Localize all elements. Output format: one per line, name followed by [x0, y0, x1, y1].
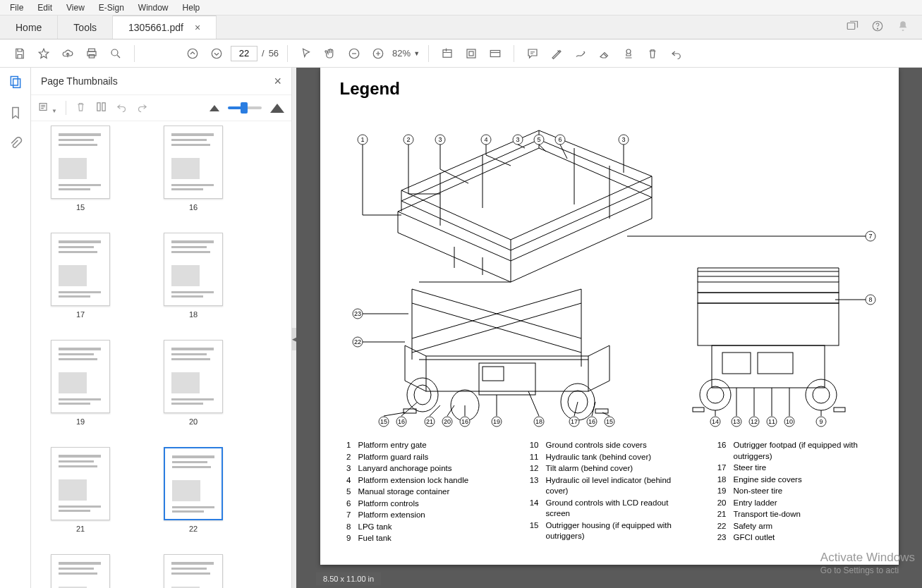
svg-rect-16 — [11, 77, 18, 86]
document-area[interactable]: Legend — [296, 68, 922, 588]
toolbar: / 56 82% ▼ — [0, 39, 922, 68]
menu-esign[interactable]: E-Sign — [92, 1, 131, 14]
comment-icon[interactable] — [523, 44, 542, 63]
star-icon[interactable] — [34, 44, 54, 63]
page-total: 56 — [269, 48, 279, 59]
draw-icon[interactable] — [571, 44, 590, 63]
svg-rect-14 — [490, 50, 500, 56]
legend-item-22: 22Safety arm — [715, 521, 879, 532]
legend-item-16: 16Outrigger footpad (if equipped with ou… — [715, 440, 879, 462]
zoom-level[interactable]: 82% — [392, 48, 411, 59]
thumb-print-icon[interactable] — [95, 101, 107, 116]
print-icon[interactable] — [82, 44, 102, 63]
thumbnail-page-23[interactable]: 23 — [45, 554, 116, 588]
erase-icon[interactable] — [595, 44, 614, 63]
thumbnail-panel: Page Thumbnails × ▼ 15161718192021222324 — [31, 68, 292, 588]
legend-item-23: 23GFCI outlet — [715, 532, 879, 544]
read-mode-icon[interactable] — [485, 44, 505, 63]
page-number-input[interactable] — [231, 46, 257, 61]
legend-item-15: 15Outrigger housing (if equipped with ou… — [528, 520, 691, 542]
svg-rect-35 — [722, 353, 751, 374]
svg-rect-41 — [693, 408, 704, 412]
legend-item-12: 12Tilt alarm (behind cover) — [528, 463, 691, 474]
thumbnail-page-22[interactable]: 22 — [158, 447, 229, 533]
svg-text:22: 22 — [353, 338, 360, 345]
hand-tool-icon[interactable] — [320, 44, 340, 63]
svg-text:21: 21 — [425, 418, 432, 425]
thumb-size-small-icon[interactable] — [210, 105, 219, 111]
help-icon[interactable] — [871, 20, 884, 35]
tab-close-icon[interactable]: × — [195, 22, 200, 33]
legend-item-18: 18Engine side covers — [715, 474, 879, 486]
tab-bar: Home Tools 1305661.pdf × — [0, 16, 922, 39]
svg-text:3: 3 — [621, 136, 625, 143]
menu-view[interactable]: View — [59, 1, 92, 14]
selection-tool-icon[interactable] — [296, 44, 316, 63]
thumbnail-page-17[interactable]: 17 — [45, 233, 116, 319]
share-icon[interactable] — [846, 20, 859, 35]
fit-page-icon[interactable] — [461, 44, 481, 63]
svg-text:23: 23 — [353, 310, 360, 317]
svg-rect-28 — [595, 409, 608, 413]
menu-edit[interactable]: Edit — [30, 1, 59, 14]
highlight-icon[interactable] — [547, 44, 566, 63]
thumb-size-large-icon[interactable] — [270, 104, 284, 113]
thumb-redo-icon[interactable] — [136, 101, 148, 116]
svg-text:5: 5 — [537, 136, 540, 143]
tab-tools[interactable]: Tools — [58, 16, 113, 39]
svg-text:14: 14 — [711, 418, 718, 425]
legend-item-21: 21Transport tie-down — [715, 509, 879, 520]
thumbnail-page-20[interactable]: 20 — [158, 340, 229, 426]
thumb-options-icon[interactable]: ▼ — [38, 101, 57, 116]
legend-item-10: 10Ground controls side covers — [528, 440, 691, 451]
svg-rect-17 — [13, 79, 20, 88]
svg-text:2: 2 — [406, 136, 410, 143]
svg-text:19: 19 — [492, 418, 499, 425]
page-down-icon[interactable] — [207, 44, 226, 63]
thumbnail-page-16[interactable]: 16 — [158, 125, 229, 212]
thumb-delete-icon[interactable] — [75, 101, 87, 116]
svg-text:16: 16 — [461, 418, 468, 425]
thumbnail-page-24[interactable]: 24 — [158, 554, 229, 588]
tab-home[interactable]: Home — [0, 16, 58, 39]
legend-item-4: 4Platform extension lock handle — [340, 475, 504, 486]
undo-icon[interactable] — [667, 44, 686, 63]
thumbnail-page-19[interactable]: 19 — [45, 340, 116, 426]
fit-width-icon[interactable] — [437, 44, 457, 63]
legend-item-11: 11Hydraulic tank (behind cover) — [528, 452, 691, 463]
delete-icon[interactable] — [643, 44, 662, 63]
zoom-out-icon[interactable] — [344, 44, 364, 63]
bell-icon[interactable] — [897, 20, 909, 35]
thumbnail-panel-title: Page Thumbnails — [41, 75, 118, 87]
thumb-undo-icon[interactable] — [116, 101, 128, 116]
zoom-dropdown-icon[interactable]: ▼ — [413, 50, 420, 57]
thumbnail-page-21[interactable]: 21 — [45, 447, 116, 533]
save-icon[interactable] — [10, 44, 30, 63]
svg-point-37 — [700, 379, 731, 410]
thumbnail-panel-close-icon[interactable]: × — [274, 74, 281, 89]
thumbnail-page-18[interactable]: 18 — [158, 233, 229, 319]
svg-text:10: 10 — [785, 418, 792, 425]
thumbnail-list[interactable]: 15161718192021222324 — [31, 121, 291, 588]
legend-item-2: 2Platform guard rails — [340, 452, 504, 463]
thumb-size-slider[interactable] — [228, 106, 262, 109]
svg-text:16: 16 — [397, 418, 404, 425]
svg-rect-32 — [698, 293, 839, 303]
bookmarks-rail-icon[interactable] — [8, 106, 23, 123]
thumbnail-page-15[interactable]: 15 — [45, 125, 116, 212]
menu-file[interactable]: File — [3, 1, 30, 14]
thumbnails-rail-icon[interactable] — [8, 75, 23, 92]
attachments-rail-icon[interactable] — [8, 137, 23, 154]
page-up-icon[interactable] — [183, 44, 202, 63]
search-icon[interactable] — [106, 44, 126, 63]
svg-text:3: 3 — [516, 136, 519, 143]
menu-help[interactable]: Help — [176, 1, 207, 14]
cloud-icon[interactable] — [58, 44, 78, 63]
svg-text:7: 7 — [868, 233, 872, 240]
zoom-in-icon[interactable] — [368, 44, 388, 63]
stamp-icon[interactable] — [619, 44, 638, 63]
tab-document[interactable]: 1305661.pdf × — [113, 16, 217, 39]
svg-point-2 — [877, 28, 878, 29]
legend-diagram: 1 2 3 4 3 5 6 3 7 8 23 22 15 16 — [340, 106, 879, 430]
menu-window[interactable]: Window — [131, 1, 176, 14]
